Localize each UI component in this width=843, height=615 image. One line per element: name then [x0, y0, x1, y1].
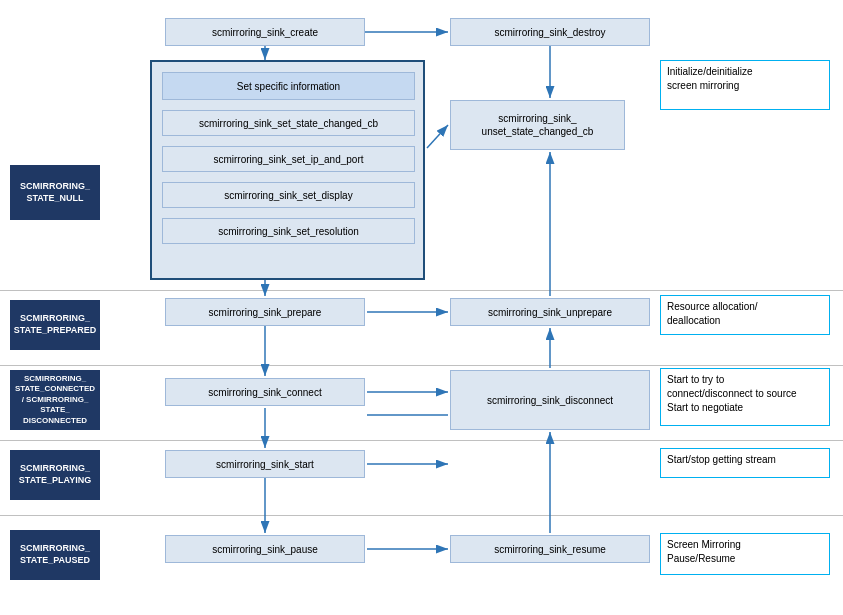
- func-set-specific: Set specific information: [162, 72, 415, 100]
- state-null: SCMIRRORING_ STATE_NULL: [10, 165, 100, 220]
- func-set-ip-port: scmirroring_sink_set_ip_and_port: [162, 146, 415, 172]
- func-set-display: scmirroring_sink_set_display: [162, 182, 415, 208]
- row-divider-2: [0, 365, 843, 366]
- note-stream: Start/stop getting stream: [660, 448, 830, 478]
- state-paused: SCMIRRORING_ STATE_PAUSED: [10, 530, 100, 580]
- row-divider-1: [0, 290, 843, 291]
- func-start: scmirroring_sink_start: [165, 450, 365, 478]
- func-disconnect-box: scmirroring_sink_disconnect: [450, 370, 650, 430]
- state-prepared: SCMIRRORING_ STATE_PREPARED: [10, 300, 100, 350]
- row-divider-4: [0, 515, 843, 516]
- func-prepare: scmirroring_sink_prepare: [165, 298, 365, 326]
- func-create: scmirroring_sink_create: [165, 18, 365, 46]
- row-divider-3: [0, 440, 843, 441]
- func-connect: scmirroring_sink_connect: [165, 378, 365, 406]
- func-unprepare: scmirroring_sink_unprepare: [450, 298, 650, 326]
- func-pause: scmirroring_sink_pause: [165, 535, 365, 563]
- func-resume: scmirroring_sink_resume: [450, 535, 650, 563]
- state-connected: SCMIRRORING_ STATE_CONNECTED / SCMIRRORI…: [10, 370, 100, 430]
- note-connect: Start to try to connect/disconnect to so…: [660, 368, 830, 426]
- svg-line-4: [427, 125, 448, 148]
- group-set-specific: Set specific information scmirroring_sin…: [150, 60, 425, 280]
- note-resource: Resource allocation/ deallocation: [660, 295, 830, 335]
- note-pause-resume: Screen Mirroring Pause/Resume: [660, 533, 830, 575]
- state-playing: SCMIRRORING_ STATE_PLAYING: [10, 450, 100, 500]
- diagram-container: SCMIRRORING_ STATE_NULL SCMIRRORING_ STA…: [0, 0, 843, 615]
- func-destroy: scmirroring_sink_destroy: [450, 18, 650, 46]
- func-set-state-cb: scmirroring_sink_set_state_changed_cb: [162, 110, 415, 136]
- func-unset-state-cb: scmirroring_sink_ unset_state_changed_cb: [450, 100, 625, 150]
- note-init: Initialize/deinitialize screen mirroring: [660, 60, 830, 110]
- func-set-resolution: scmirroring_sink_set_resolution: [162, 218, 415, 244]
